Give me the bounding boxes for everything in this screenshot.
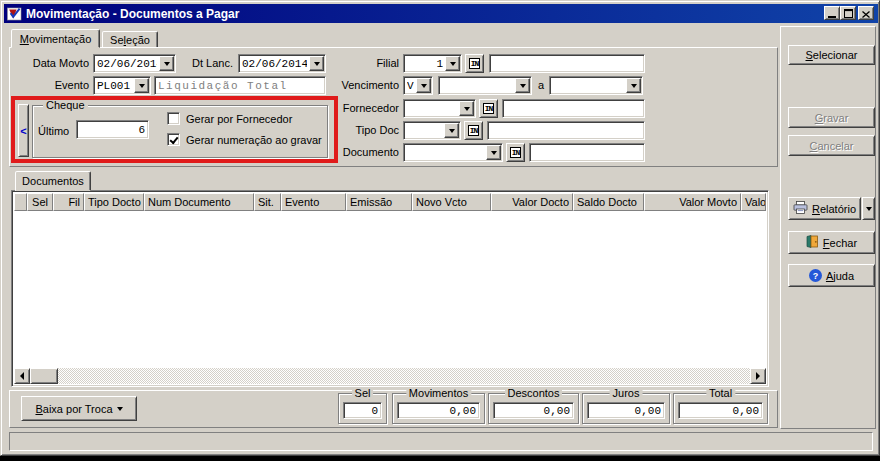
grid-col-valor-movto[interactable]: Valor Movto — [644, 193, 741, 211]
relatorio-dropdown-button[interactable] — [862, 197, 875, 220]
summary-total-group: Total 0,00 — [673, 393, 768, 424]
vencimento-de-field[interactable] — [438, 76, 532, 95]
grid-col-tipo-docto[interactable]: Tipo Docto — [84, 193, 144, 211]
app-window: Movimentação - Documentos a Pagar Movime… — [0, 0, 880, 456]
documento-description-field[interactable] — [529, 143, 645, 162]
summary-juros-group: Juros 0,00 — [582, 393, 670, 424]
close-button[interactable] — [858, 6, 874, 20]
app-icon[interactable] — [7, 7, 22, 21]
scroll-left-button[interactable] — [14, 368, 30, 384]
printer-icon — [793, 201, 808, 216]
vencimento-a-label: a — [538, 79, 544, 91]
documentos-grid: Sel Fil Tipo Docto Num Documento Sit. Ev… — [11, 190, 769, 387]
vencimento-ate-field[interactable] — [549, 76, 643, 95]
scrollbar-thumb[interactable] — [30, 368, 58, 384]
grid-col-valor[interactable]: Valor — [741, 193, 766, 211]
summary-sel-value: 0 — [343, 402, 382, 419]
fornecedor-combo[interactable] — [403, 99, 476, 118]
baixa-por-troca-button[interactable]: Baixa por Troca — [21, 396, 137, 421]
fornecedor-lookup-button[interactable]: IN — [479, 99, 498, 118]
maximize-icon — [844, 6, 853, 21]
chevron-down-icon — [139, 84, 145, 88]
gerar-por-fornecedor-checkbox[interactable] — [167, 112, 180, 125]
dt-lanc-field[interactable] — [238, 54, 326, 73]
summary-descontos-group: Descontos 0,00 — [488, 393, 579, 424]
grid-col-novo-vcto[interactable]: Novo Vcto — [412, 193, 491, 211]
relatorio-button[interactable]: Relatório — [788, 197, 861, 220]
tab-movimentacao[interactable]: Movimentação — [11, 29, 100, 48]
arrow-left-icon — [20, 372, 24, 380]
filial-lookup-button[interactable]: IN — [465, 54, 484, 73]
maximize-button[interactable] — [840, 6, 856, 20]
fechar-button[interactable]: Fechar — [788, 231, 875, 254]
data-movto-dropdown-button[interactable] — [159, 56, 174, 71]
vencimento-ate-dropdown-button[interactable] — [626, 78, 641, 93]
grid-col-marker[interactable] — [14, 193, 27, 211]
documento-lookup-button[interactable]: IN — [506, 143, 525, 162]
ultimo-cheque-field[interactable] — [76, 120, 149, 139]
selecionar-label: Selecionar — [806, 49, 858, 61]
ajuda-button[interactable]: ? Ajuda — [788, 264, 875, 287]
summary-descontos-label: Descontos — [505, 387, 563, 399]
tipo-doc-dropdown-button[interactable] — [444, 123, 459, 138]
filial-combo[interactable] — [403, 54, 462, 73]
filial-dropdown-button[interactable] — [445, 56, 460, 71]
tipo-doc-description-field[interactable] — [487, 121, 645, 140]
chevron-down-icon — [450, 62, 456, 66]
tipo-doc-combo[interactable] — [403, 121, 461, 140]
minimize-icon — [828, 16, 836, 18]
selecionar-button[interactable]: Selecionar — [788, 45, 875, 65]
fornecedor-dropdown-button[interactable] — [459, 101, 474, 116]
filial-description-field[interactable] — [489, 54, 645, 73]
gerar-por-fornecedor-label: Gerar por Fornecedor — [186, 113, 292, 125]
chevron-down-icon — [421, 84, 427, 88]
scroll-right-button[interactable] — [750, 368, 766, 384]
summary-total-value: 0,00 — [678, 402, 763, 419]
gerar-numeracao-checkbox[interactable] — [167, 133, 180, 146]
grid-col-valor-docto[interactable]: Valor Docto — [491, 193, 573, 211]
tipo-doc-lookup-button[interactable]: IN — [464, 121, 483, 140]
relatorio-label: Relatório — [812, 203, 856, 215]
cancelar-button[interactable]: Cancelar — [788, 135, 875, 156]
vencimento-label: Vencimento — [334, 79, 399, 91]
vencimento-de-dropdown-button[interactable] — [515, 78, 530, 93]
grid-col-saldo-docto[interactable]: Saldo Docto — [573, 193, 644, 211]
collapse-panel-button[interactable]: < — [18, 104, 29, 157]
grid-header-row: Sel Fil Tipo Docto Num Documento Sit. Ev… — [14, 193, 766, 211]
documento-dropdown-button[interactable] — [486, 145, 501, 160]
baixa-por-troca-label: Baixa por Troca — [35, 403, 112, 415]
grid-col-sel[interactable]: Sel — [27, 193, 53, 211]
tab-selecao[interactable]: Seleção — [102, 31, 158, 48]
grid-horizontal-scrollbar[interactable] — [14, 368, 766, 384]
lookup-icon: IN — [469, 58, 481, 69]
summary-sel-label: Sel — [352, 387, 374, 399]
fornecedor-description-field[interactable] — [502, 99, 645, 118]
cheque-group-label: Cheque — [43, 99, 88, 111]
dt-lanc-dropdown-button[interactable] — [309, 56, 324, 71]
vencimento-tipo-combo[interactable] — [403, 76, 433, 95]
grid-col-evento[interactable]: Evento — [281, 193, 346, 211]
door-exit-icon — [806, 235, 819, 250]
chevron-down-icon — [491, 151, 497, 155]
gravar-label: Gravar — [815, 112, 849, 124]
evento-dropdown-button[interactable] — [134, 78, 149, 93]
vencimento-tipo-dropdown-button[interactable] — [416, 78, 431, 93]
title-bar[interactable]: Movimentação - Documentos a Pagar — [4, 4, 878, 23]
fechar-label: Fechar — [823, 237, 857, 249]
chevron-down-icon — [314, 62, 320, 66]
grid-col-sit[interactable]: Sit. — [254, 193, 281, 211]
status-bar — [9, 432, 873, 451]
evento-combo[interactable] — [93, 76, 151, 95]
grid-col-emissao[interactable]: Emissão — [346, 193, 412, 211]
filial-label: Filial — [349, 57, 399, 69]
tab-documentos[interactable]: Documentos — [15, 171, 91, 191]
help-icon: ? — [809, 269, 822, 282]
grid-col-num-documento[interactable]: Num Documento — [144, 193, 254, 211]
chevron-down-icon — [117, 407, 123, 411]
grid-col-fil[interactable]: Fil — [53, 193, 84, 211]
gravar-button[interactable]: Gravar — [788, 107, 875, 128]
summary-movimentos-value: 0,00 — [397, 402, 480, 419]
data-movto-field[interactable] — [93, 54, 176, 73]
documento-combo[interactable] — [403, 143, 503, 162]
minimize-button[interactable] — [824, 6, 840, 20]
